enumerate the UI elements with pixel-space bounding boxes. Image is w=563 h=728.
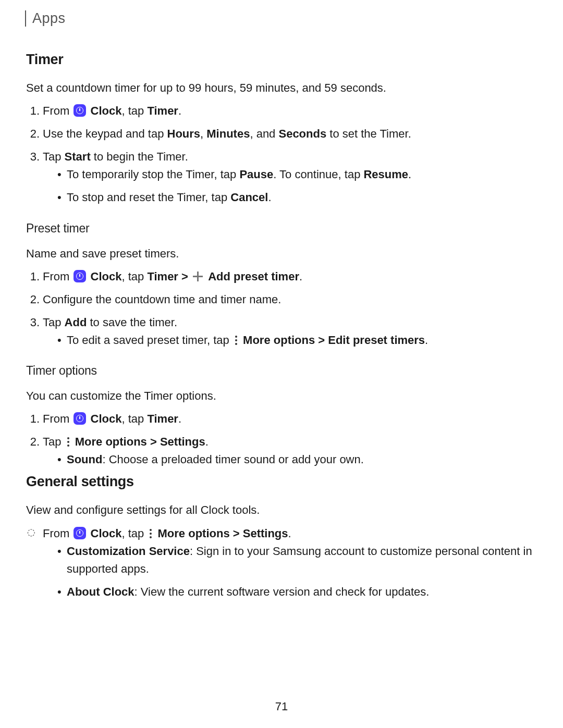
heading-preset-timer: Preset timer [26,221,533,236]
timer-label: Timer [147,104,178,117]
clock-icon [74,270,86,282]
plus-icon [192,271,204,282]
more-options-icon [233,335,239,346]
about-clock-label: About Clock [67,585,134,598]
options-substeps: Sound: Choose a preloaded timer sound or… [57,451,533,468]
heading-timer: Timer [26,52,533,68]
preset-steps: From Clock, tap Timer > Add preset timer… [43,268,533,349]
section-timer-options: Timer options You can customize the Time… [26,364,533,468]
timer-sub-cancel: To stop and reset the Timer, tap Cancel. [57,189,533,206]
text: : Choose a preloaded timer sound or add … [102,453,363,466]
timer-steps: From Clock, tap Timer. Use the keypad an… [43,102,533,206]
timer-label: Timer [147,412,178,425]
text: To temporarily stop the Timer, tap [67,168,239,181]
timer-label: Timer [147,270,178,283]
seconds-label: Seconds [278,127,326,140]
text: , tap [122,412,148,425]
timer-step-3: Tap Start to begin the Timer. To tempora… [43,148,533,206]
manual-page: Apps Timer Set a countdown timer for up … [0,0,563,728]
add-preset-label: Add preset timer [208,270,299,283]
text: . [408,168,411,181]
text: , and [250,127,278,140]
text: From [43,104,72,117]
page-number: 71 [0,700,563,713]
preset-intro: Name and save preset timers. [26,245,533,263]
options-step-2: Tap More options > Settings. Sound: Choo… [43,433,533,468]
preset-step-1: From Clock, tap Timer > Add preset timer… [43,268,533,286]
text: To stop and reset the Timer, tap [67,191,230,204]
timer-sub-pause: To temporarily stop the Timer, tap Pause… [57,166,533,183]
options-sub-sound: Sound: Choose a preloaded timer sound or… [57,451,533,468]
sound-label: Sound [67,453,102,466]
more-settings-label: More options > Settings [158,527,288,540]
section-timer: Timer Set a countdown timer for up to 99… [26,52,533,207]
preset-sub-edit: To edit a saved preset timer, tap More o… [57,331,533,349]
timer-step-1: From Clock, tap Timer. [43,102,533,120]
customization-label: Customization Service [67,545,190,558]
text: From [43,412,72,425]
heading-general-settings: General settings [26,474,533,490]
text: . [178,412,181,425]
options-step-1: From Clock, tap Timer. [43,410,533,428]
timer-intro: Set a countdown timer for up to 99 hours… [26,79,533,97]
text: . [268,191,271,204]
text: . [425,334,428,347]
timer-substeps: To temporarily stop the Timer, tap Pause… [57,166,533,206]
options-intro: You can customize the Timer options. [26,387,533,405]
cancel-label: Cancel [230,191,268,204]
general-intro: View and configure settings for all Cloc… [26,501,533,519]
text: . To continue, tap [273,168,363,181]
text: Tap [43,150,65,163]
text: , [200,127,206,140]
clock-label: Clock [91,270,122,283]
general-steps: From Clock, tap More options > Settings.… [43,525,533,601]
text: . [299,270,302,283]
pause-label: Pause [239,168,273,181]
add-label: Add [65,316,87,329]
more-settings-label: More options > Settings [75,435,205,448]
text: To edit a saved preset timer, tap [67,334,232,347]
clock-label: Clock [91,412,122,425]
text: Tap [43,316,65,329]
text: From [43,527,72,540]
more-options-icon [65,436,71,448]
text: . [288,527,291,540]
section-preset-timer: Preset timer Name and save preset timers… [26,221,533,349]
start-label: Start [65,150,91,163]
text: to save the timer. [87,316,177,329]
general-sub-about: About Clock: View the current software v… [57,583,533,601]
minutes-label: Minutes [206,127,250,140]
more-options-icon [148,528,154,539]
breadcrumb: Apps [32,10,66,26]
text: , tap [122,104,148,117]
clock-icon [74,104,86,117]
general-sub-customization: Customization Service: Sign in to your S… [57,542,533,578]
text: Use the keypad and tap [43,127,167,140]
resume-label: Resume [363,168,408,181]
general-substeps: Customization Service: Sign in to your S… [57,542,533,601]
general-step-1: From Clock, tap More options > Settings.… [43,525,533,601]
timer-step-2: Use the keypad and tap Hours, Minutes, a… [43,125,533,143]
text: to begin the Timer. [91,150,188,163]
preset-step-3: Tap Add to save the timer. To edit a sav… [43,314,533,349]
clock-icon [74,527,86,539]
text: . [178,104,181,117]
options-steps: From Clock, tap Timer. Tap More options … [43,410,533,468]
text: From [43,270,72,283]
more-edit-label: More options > Edit preset timers [243,334,425,347]
text: to set the Timer. [326,127,411,140]
text: : View the current software version and … [134,585,430,598]
preset-substeps: To edit a saved preset timer, tap More o… [57,331,533,349]
text: . [205,435,209,448]
section-header: Apps [25,10,533,27]
text: , tap [122,527,148,540]
chevron: > [178,270,191,283]
clock-icon [74,412,86,425]
clock-label: Clock [91,104,122,117]
hours-label: Hours [167,127,201,140]
clock-label: Clock [91,527,122,540]
preset-step-2: Configure the countdown time and timer n… [43,291,533,309]
text: Tap [43,435,65,448]
section-general-settings: General settings View and configure sett… [26,474,533,600]
heading-timer-options: Timer options [26,364,533,378]
